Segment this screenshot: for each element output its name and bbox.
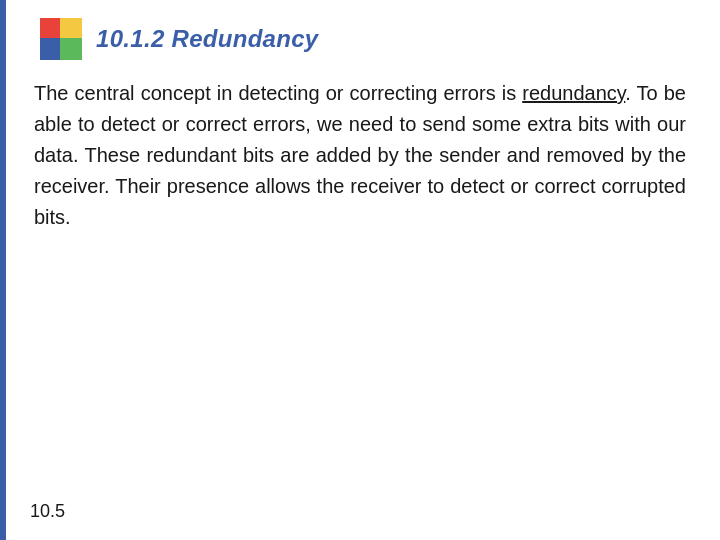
left-accent-bar — [0, 0, 6, 540]
page-container: 10.1.2 Redundancy The central concept in… — [0, 0, 720, 540]
block-green — [60, 38, 82, 60]
block-blue — [40, 38, 62, 60]
block-red — [40, 18, 62, 40]
color-blocks-icon — [40, 18, 82, 60]
page-number: 10.5 — [30, 501, 65, 522]
page-title: 10.1.2 Redundancy — [96, 25, 319, 53]
redundancy-term: redundancy — [522, 82, 625, 104]
block-yellow — [60, 18, 82, 40]
body-paragraph: The central concept in detecting or corr… — [30, 78, 690, 233]
header-section: 10.1.2 Redundancy — [30, 18, 690, 60]
